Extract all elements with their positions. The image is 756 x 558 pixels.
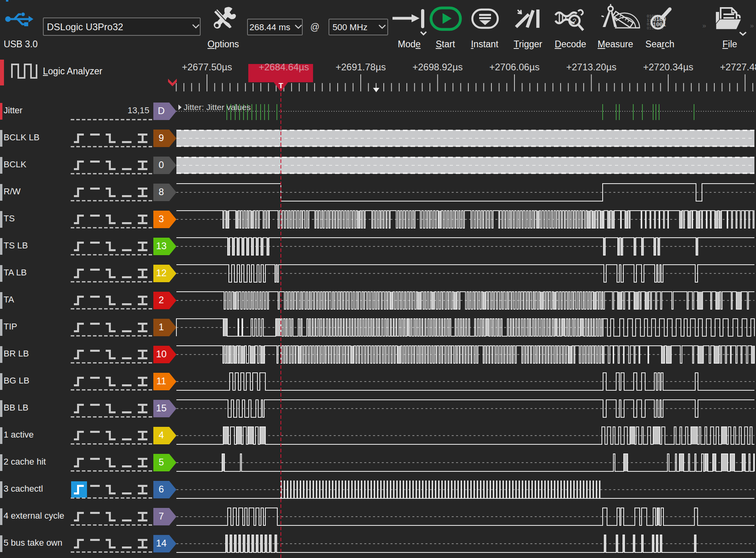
- svg-text:»: »: [702, 22, 706, 29]
- svg-text:»: »: [750, 22, 754, 29]
- svg-text:?: ?: [572, 17, 576, 25]
